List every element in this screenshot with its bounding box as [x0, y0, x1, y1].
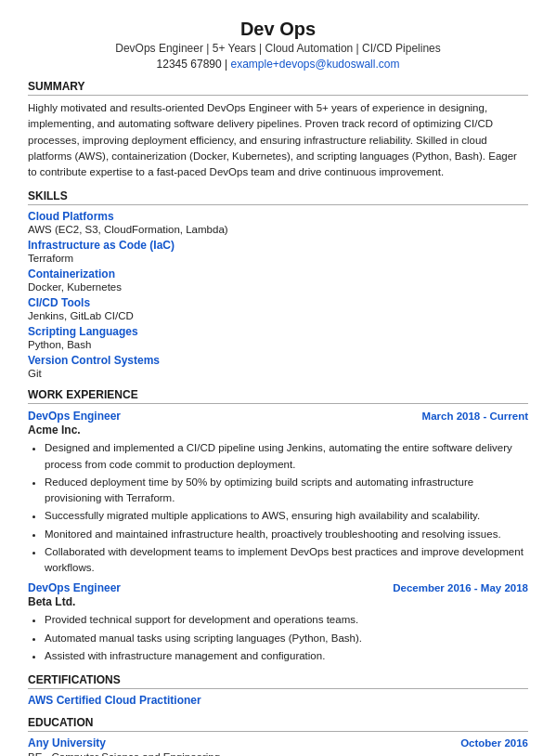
job-dates: March 2018 - Current: [422, 411, 528, 422]
job-bullets: Designed and implemented a CI/CD pipelin…: [28, 440, 528, 576]
skill-category: Cloud Platforms: [28, 210, 528, 223]
skill-value: Jenkins, GitLab CI/CD: [28, 310, 528, 321]
jobs-list: DevOps EngineerMarch 2018 - CurrentAcme …: [28, 410, 528, 664]
skill-value: AWS (EC2, S3, CloudFormation, Lambda): [28, 224, 528, 235]
certifications-section: CERTIFICATIONS AWS Certified Cloud Pract…: [28, 673, 528, 707]
job-title: DevOps Engineer: [28, 410, 121, 423]
skill-category: Containerization: [28, 267, 528, 280]
skill-category: Infrastructure as Code (IaC): [28, 239, 528, 252]
job-header: DevOps EngineerMarch 2018 - Current: [28, 410, 528, 423]
header: Dev Ops DevOps Engineer | 5+ Years | Clo…: [28, 19, 528, 71]
summary-text: Highly motivated and results-oriented De…: [28, 100, 528, 180]
certifications-title: CERTIFICATIONS: [28, 673, 528, 689]
edu-degree: BE - Computer Science and Engineering: [28, 751, 528, 756]
edu-date: October 2016: [460, 737, 528, 749]
company-name: Beta Ltd.: [28, 595, 528, 608]
candidate-name: Dev Ops: [28, 19, 528, 40]
work-experience-title: WORK EXPERIENCE: [28, 388, 528, 404]
job-title: DevOps Engineer: [28, 581, 121, 594]
list-item: Collaborated with development teams to i…: [45, 544, 528, 577]
skill-category: Scripting Languages: [28, 325, 528, 338]
header-contact: 12345 67890 | example+devops@kudoswall.c…: [28, 58, 528, 71]
education-section: EDUCATION Any UniversityOctober 2016BE -…: [28, 716, 528, 756]
skill-category: CI/CD Tools: [28, 296, 528, 309]
job-header: DevOps EngineerDecember 2016 - May 2018: [28, 581, 528, 594]
email-link[interactable]: example+devops@kudoswall.com: [230, 58, 399, 71]
edu-list: Any UniversityOctober 2016BE - Computer …: [28, 736, 528, 756]
list-item: Designed and implemented a CI/CD pipelin…: [45, 440, 528, 473]
work-experience-section: WORK EXPERIENCE DevOps EngineerMarch 201…: [28, 388, 528, 664]
skill-value: Git: [28, 368, 528, 379]
list-item: Reduced deployment time by 50% by optimi…: [45, 475, 528, 507]
skills-title: SKILLS: [28, 189, 528, 205]
phone: 12345 67890: [157, 58, 222, 71]
job-dates: December 2016 - May 2018: [393, 582, 528, 593]
summary-section: SUMMARY Highly motivated and results-ori…: [28, 80, 528, 180]
skills-list: Cloud PlatformsAWS (EC2, S3, CloudFormat…: [28, 210, 528, 379]
list-item: Assisted with infrastructure management …: [45, 648, 528, 664]
certification-name: AWS Certified Cloud Practitioner: [28, 694, 528, 707]
university-name: Any University: [28, 736, 106, 749]
company-name: Acme Inc.: [28, 424, 528, 437]
skill-category: Version Control Systems: [28, 354, 528, 367]
summary-title: SUMMARY: [28, 80, 528, 96]
skill-value: Terraform: [28, 253, 528, 264]
job-bullets: Provided technical support for developme…: [28, 612, 528, 664]
skill-value: Python, Bash: [28, 339, 528, 350]
list-item: Provided technical support for developme…: [45, 612, 528, 628]
list-item: Monitored and maintained infrastructure …: [45, 527, 528, 542]
skill-value: Docker, Kubernetes: [28, 281, 528, 293]
education-title: EDUCATION: [28, 716, 528, 732]
list-item: Successfully migrated multiple applicati…: [45, 508, 528, 524]
edu-header: Any UniversityOctober 2016: [28, 736, 528, 749]
skills-section: SKILLS Cloud PlatformsAWS (EC2, S3, Clou…: [28, 189, 528, 379]
candidate-title: DevOps Engineer | 5+ Years | Cloud Autom…: [28, 42, 528, 55]
cert-list: AWS Certified Cloud Practitioner: [28, 694, 528, 707]
list-item: Automated manual tasks using scripting l…: [45, 631, 528, 646]
